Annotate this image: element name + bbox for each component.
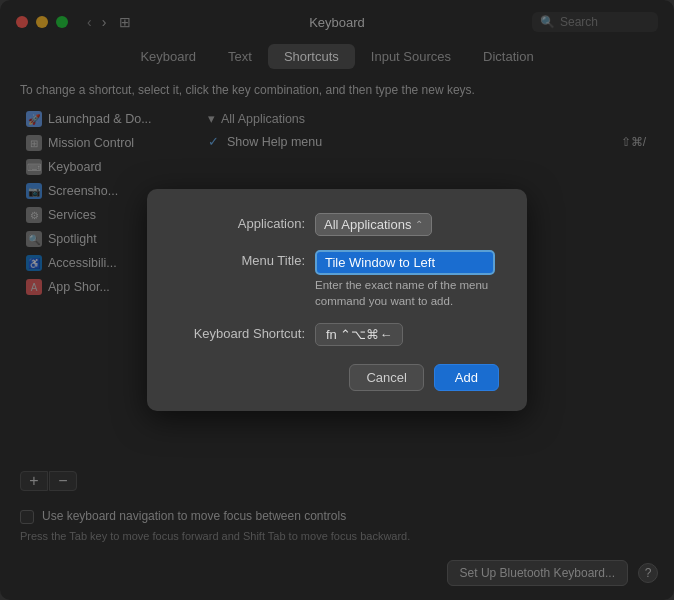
modal-add-button[interactable]: Add: [434, 364, 499, 391]
modal-menu-title-label: Menu Title:: [175, 250, 305, 268]
menu-title-col: Enter the exact name of the menu command…: [315, 250, 495, 309]
modal-shortcut-label: Keyboard Shortcut:: [175, 323, 305, 341]
modal-menu-hint: Enter the exact name of the menu command…: [315, 277, 495, 309]
select-chevron-icon: ⌃: [415, 219, 423, 230]
modal-menu-title-row: Menu Title: Enter the exact name of the …: [175, 250, 499, 309]
modal-overlay: Application: All Applications ⌃ Menu Tit…: [0, 0, 674, 600]
modal-application-value: All Applications: [324, 217, 411, 232]
modal-cancel-button[interactable]: Cancel: [349, 364, 423, 391]
modal-menu-title-input[interactable]: [315, 250, 495, 275]
modal-shortcut-row: Keyboard Shortcut: fn ⌃⌥⌘←: [175, 323, 499, 346]
modal-shortcut-display[interactable]: fn ⌃⌥⌘←: [315, 323, 403, 346]
modal-application-row: Application: All Applications ⌃: [175, 213, 499, 236]
modal-application-select[interactable]: All Applications ⌃: [315, 213, 432, 236]
modal-buttons: Cancel Add: [175, 364, 499, 391]
add-shortcut-modal: Application: All Applications ⌃ Menu Tit…: [147, 189, 527, 411]
keyboard-window: ‹ › ⊞ Keyboard 🔍 Keyboard Text Shortcuts…: [0, 0, 674, 600]
modal-application-label: Application:: [175, 213, 305, 231]
